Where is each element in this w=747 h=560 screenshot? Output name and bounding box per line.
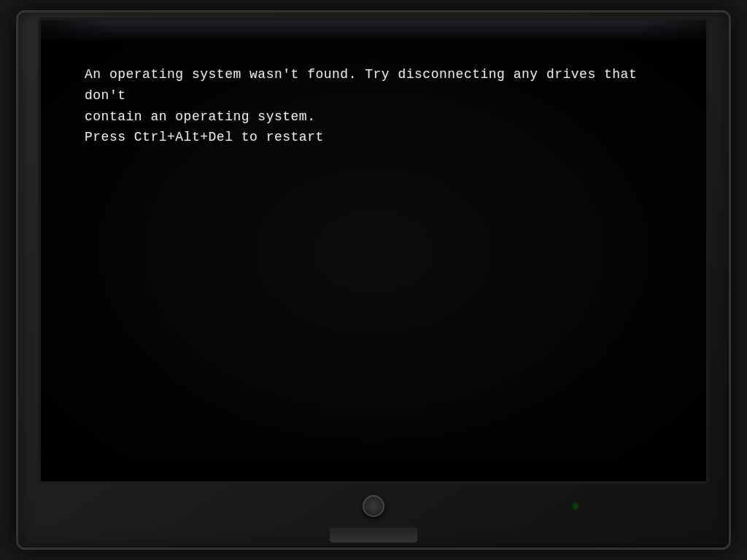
monitor-bottom-bar <box>38 484 709 528</box>
monitor: An operating system wasn't found. Try di… <box>16 10 731 550</box>
monitor-stand <box>330 528 417 542</box>
screen-top-bar <box>41 20 706 42</box>
screen: An operating system wasn't found. Try di… <box>41 20 706 481</box>
error-line-3: Press Ctrl+Alt+Del to restart <box>85 127 662 148</box>
corner-vignette-tl <box>41 20 114 93</box>
error-line-2: contain an operating system. <box>85 106 662 128</box>
error-message: An operating system wasn't found. Try di… <box>85 64 662 148</box>
corner-vignette-tr <box>633 20 706 93</box>
bottom-ambient <box>41 438 706 481</box>
power-led <box>573 504 578 508</box>
screen-bezel: An operating system wasn't found. Try di… <box>38 18 709 484</box>
error-line-1: An operating system wasn't found. Try di… <box>85 64 662 106</box>
power-button[interactable] <box>363 495 384 517</box>
